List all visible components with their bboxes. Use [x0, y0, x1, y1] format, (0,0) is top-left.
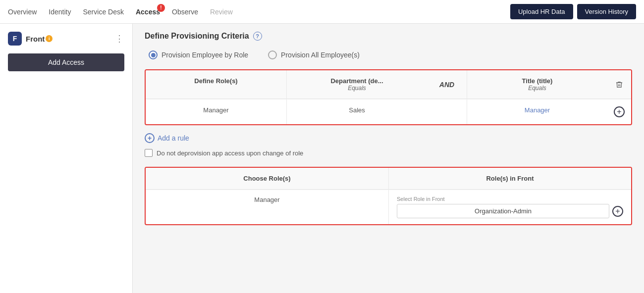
th-title: Title (title) Equals: [467, 70, 607, 99]
nav-observe[interactable]: Observe: [172, 6, 198, 18]
nav-service-desk[interactable]: Service Desk: [83, 6, 124, 18]
nav-review: Review: [210, 6, 233, 18]
td-and: [427, 99, 467, 124]
nav-overview[interactable]: Overview: [8, 6, 37, 18]
td-add-column[interactable]: +: [607, 99, 631, 124]
sidebar-title: Fronti: [26, 35, 53, 43]
nav-links: Overview Identity Service Desk Access ! …: [8, 6, 233, 18]
help-icon[interactable]: ?: [253, 32, 262, 41]
radio-group: Provision Employee by Role Provision All…: [145, 50, 632, 59]
role-table-card: Choose Role(s) Role(s) in Front Manager …: [145, 167, 632, 225]
role-input-row: +: [397, 204, 623, 218]
nav-access[interactable]: Access !: [136, 6, 160, 18]
radio-provision-all[interactable]: Provision All Employee(s): [268, 50, 360, 59]
nav-actions: Upload HR Data Version History: [510, 4, 636, 19]
role-th-in-front: Role(s) in Front: [388, 168, 631, 190]
sidebar-title-badge: i: [46, 35, 53, 42]
td-title: Manager: [467, 99, 607, 124]
layout: F Fronti ⋮ Add Access Define Provisionin…: [0, 24, 644, 293]
role-td-right: Select Role in Front +: [388, 190, 631, 224]
checkbox-row: Do not deprovision app access upon chang…: [145, 149, 632, 157]
deprovision-checkbox[interactable]: [145, 149, 153, 157]
top-nav: Overview Identity Service Desk Access ! …: [0, 0, 644, 24]
add-rule-label: Add a rule: [158, 134, 189, 142]
add-rule-icon: +: [145, 133, 155, 143]
role-in-front-input[interactable]: [397, 204, 609, 218]
add-role-icon[interactable]: +: [612, 206, 623, 217]
deprovision-label: Do not deprovision app access upon chang…: [157, 149, 303, 157]
add-access-button[interactable]: Add Access: [8, 53, 124, 71]
upload-hr-data-button[interactable]: Upload HR Data: [510, 4, 573, 19]
add-column-icon[interactable]: +: [614, 106, 625, 117]
radio-label-1: Provision Employee by Role: [161, 51, 248, 59]
access-badge: !: [157, 4, 165, 12]
sidebar-menu-icon[interactable]: ⋮: [115, 33, 124, 44]
role-th-choose: Choose Role(s): [146, 168, 388, 190]
main-content: Define Provisioning Criteria ? Provision…: [133, 24, 644, 293]
section-title: Define Provisioning Criteria: [145, 32, 249, 41]
add-rule-row[interactable]: + Add a rule: [145, 133, 632, 143]
th-department: Department (de... Equals: [286, 70, 427, 99]
th-and: AND: [427, 70, 467, 99]
app-logo-icon: F: [8, 32, 22, 46]
rule-table-card: Define Role(s) Department (de... Equals …: [145, 69, 632, 125]
radio-circle-1: [149, 50, 158, 59]
sidebar-logo: F Fronti: [8, 32, 53, 46]
th-define-roles: Define Role(s): [146, 70, 286, 99]
nav-identity[interactable]: Identity: [49, 6, 71, 18]
select-role-label: Select Role in Front: [397, 196, 623, 202]
sidebar: F Fronti ⋮ Add Access: [0, 24, 133, 293]
radio-provision-by-role[interactable]: Provision Employee by Role: [149, 50, 248, 59]
section-header: Define Provisioning Criteria ?: [145, 32, 632, 41]
role-td-manager: Manager: [146, 190, 388, 224]
sidebar-header: F Fronti ⋮: [0, 32, 132, 53]
version-history-button[interactable]: Version History: [577, 4, 636, 19]
th-delete[interactable]: [607, 70, 631, 99]
radio-circle-2: [268, 50, 277, 59]
radio-label-2: Provision All Employee(s): [281, 51, 360, 59]
td-department: Sales: [286, 99, 427, 124]
td-role: Manager: [146, 99, 286, 124]
